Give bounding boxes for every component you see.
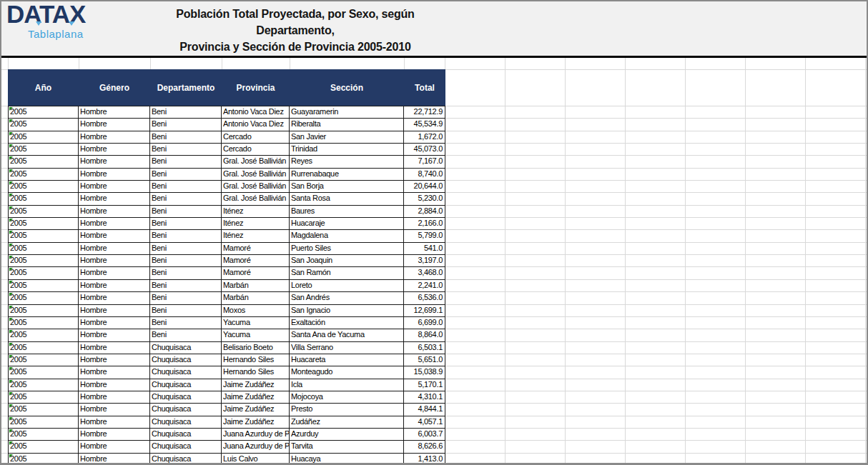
column-header-genero[interactable]: Género xyxy=(79,83,150,93)
cell-seccion[interactable]: San Borja xyxy=(290,181,404,193)
cell-genero[interactable]: Hombre xyxy=(79,441,150,453)
cell-genero[interactable]: Hombre xyxy=(79,329,150,341)
cell-genero[interactable]: Hombre xyxy=(79,391,150,404)
cell-departamento[interactable]: Beni xyxy=(150,206,222,218)
cell-seccion[interactable]: Azurduy xyxy=(290,429,404,441)
cell-genero[interactable]: Hombre xyxy=(79,305,150,317)
cell-total[interactable]: 20,644.0 xyxy=(404,181,445,193)
cell-provincia[interactable]: Jaime Zudáñez xyxy=(222,416,290,429)
cell-provincia[interactable]: Hernando Siles xyxy=(222,366,290,379)
cell-provincia[interactable]: Gral. José Ballivián xyxy=(222,193,290,205)
cell-genero[interactable]: Hombre xyxy=(79,354,150,366)
cell-departamento[interactable]: Beni xyxy=(150,181,222,193)
cell-total[interactable]: 2,884.0 xyxy=(404,206,445,218)
cell-departamento[interactable]: Chuquisaca xyxy=(150,379,222,391)
cell-seccion[interactable]: Santa Ana de Yacuma xyxy=(290,329,404,341)
cell-seccion[interactable]: Magdalena xyxy=(290,230,404,242)
cell-seccion[interactable]: Monteagudo xyxy=(290,366,404,379)
cell-ano[interactable]: 2005 xyxy=(8,106,79,119)
cell-departamento[interactable]: Beni xyxy=(150,243,222,255)
cell-total[interactable]: 1,672.0 xyxy=(404,131,445,144)
cell-departamento[interactable]: Chuquisaca xyxy=(150,441,222,453)
cell-genero[interactable]: Hombre xyxy=(79,292,150,304)
cell-ano[interactable]: 2005 xyxy=(8,267,79,279)
cell-total[interactable]: 15,038.9 xyxy=(404,366,445,379)
column-header-total[interactable]: Total xyxy=(404,83,445,93)
cell-seccion[interactable]: Villa Serrano xyxy=(290,342,404,354)
cell-total[interactable]: 45,073.0 xyxy=(404,144,445,156)
cell-ano[interactable]: 2005 xyxy=(8,342,79,354)
cell-genero[interactable]: Hombre xyxy=(79,243,150,255)
cell-total[interactable]: 2,241.0 xyxy=(404,280,445,292)
cell-total[interactable]: 2,166.0 xyxy=(404,218,445,230)
cell-provincia[interactable]: Iténez xyxy=(222,230,290,242)
cell-genero[interactable]: Hombre xyxy=(79,156,150,168)
cell-seccion[interactable]: Huacaya xyxy=(290,454,404,465)
cell-provincia[interactable]: Jaime Zudáñez xyxy=(222,391,290,404)
cell-departamento[interactable]: Beni xyxy=(150,156,222,168)
cell-provincia[interactable]: Jaime Zudáñez xyxy=(222,379,290,391)
cell-genero[interactable]: Hombre xyxy=(79,144,150,156)
cell-ano[interactable]: 2005 xyxy=(8,429,79,441)
cell-provincia[interactable]: Juana Azurduy de Pa xyxy=(222,429,290,441)
cell-genero[interactable]: Hombre xyxy=(79,106,150,119)
cell-genero[interactable]: Hombre xyxy=(79,366,150,379)
column-header-seccion[interactable]: Sección xyxy=(290,83,404,93)
cell-total[interactable]: 12,699.1 xyxy=(404,305,445,317)
cell-departamento[interactable]: Beni xyxy=(150,267,222,279)
cell-seccion[interactable]: Riberalta xyxy=(290,119,404,131)
cell-departamento[interactable]: Beni xyxy=(150,218,222,230)
cell-ano[interactable]: 2005 xyxy=(8,255,79,267)
cell-provincia[interactable]: Mamoré xyxy=(222,255,290,267)
cell-genero[interactable]: Hombre xyxy=(79,255,150,267)
cell-seccion[interactable]: Huacareta xyxy=(290,354,404,366)
cell-genero[interactable]: Hombre xyxy=(79,379,150,391)
cell-total[interactable]: 541.0 xyxy=(404,243,445,255)
cell-seccion[interactable]: Puerto Siles xyxy=(290,243,404,255)
cell-provincia[interactable]: Marbán xyxy=(222,292,290,304)
cell-departamento[interactable]: Beni xyxy=(150,255,222,267)
cell-total[interactable]: 8,626.6 xyxy=(404,441,445,453)
cell-seccion[interactable]: Trinidad xyxy=(290,144,404,156)
cell-provincia[interactable]: Gral. José Ballivián xyxy=(222,169,290,181)
cell-ano[interactable]: 2005 xyxy=(8,292,79,304)
cell-provincia[interactable]: Hernando Siles xyxy=(222,354,290,366)
cell-provincia[interactable]: Gral. José Ballivián xyxy=(222,156,290,168)
column-header-departamento[interactable]: Departamento xyxy=(150,83,222,93)
cell-provincia[interactable]: Moxos xyxy=(222,305,290,317)
cell-provincia[interactable]: Mamoré xyxy=(222,243,290,255)
cell-seccion[interactable]: Santa Rosa xyxy=(290,193,404,205)
cell-provincia[interactable]: Gral. José Ballivián xyxy=(222,181,290,193)
cell-departamento[interactable]: Chuquisaca xyxy=(150,391,222,404)
cell-provincia[interactable]: Belisario Boeto xyxy=(222,342,290,354)
cell-total[interactable]: 3,468.0 xyxy=(404,267,445,279)
cell-total[interactable]: 7,167.0 xyxy=(404,156,445,168)
cell-total[interactable]: 5,170.1 xyxy=(404,379,445,391)
cell-departamento[interactable]: Beni xyxy=(150,169,222,181)
cell-departamento[interactable]: Beni xyxy=(150,317,222,329)
cell-departamento[interactable]: Beni xyxy=(150,144,222,156)
cell-ano[interactable]: 2005 xyxy=(8,156,79,168)
cell-genero[interactable]: Hombre xyxy=(79,267,150,279)
cell-ano[interactable]: 2005 xyxy=(8,243,79,255)
cell-total[interactable]: 45,534.9 xyxy=(404,119,445,131)
cell-departamento[interactable]: Chuquisaca xyxy=(150,354,222,366)
cell-total[interactable]: 4,310.1 xyxy=(404,391,445,404)
cell-ano[interactable]: 2005 xyxy=(8,169,79,181)
cell-total[interactable]: 6,503.1 xyxy=(404,342,445,354)
cell-departamento[interactable]: Chuquisaca xyxy=(150,429,222,441)
cell-genero[interactable]: Hombre xyxy=(79,230,150,242)
cell-total[interactable]: 8,864.0 xyxy=(404,329,445,341)
cell-seccion[interactable]: San Ignacio xyxy=(290,305,404,317)
cell-provincia[interactable]: Mamoré xyxy=(222,267,290,279)
cell-total[interactable]: 1,413.0 xyxy=(404,454,445,465)
cell-genero[interactable]: Hombre xyxy=(79,404,150,416)
cell-seccion[interactable]: San Javier xyxy=(290,131,404,144)
cell-provincia[interactable]: Antonio Vaca Diez xyxy=(222,119,290,131)
column-header-provincia[interactable]: Provincia xyxy=(222,83,290,93)
cell-departamento[interactable]: Beni xyxy=(150,119,222,131)
cell-ano[interactable]: 2005 xyxy=(8,119,79,131)
cell-total[interactable]: 22,712.9 xyxy=(404,106,445,119)
cell-ano[interactable]: 2005 xyxy=(8,416,79,429)
cell-ano[interactable]: 2005 xyxy=(8,441,79,453)
